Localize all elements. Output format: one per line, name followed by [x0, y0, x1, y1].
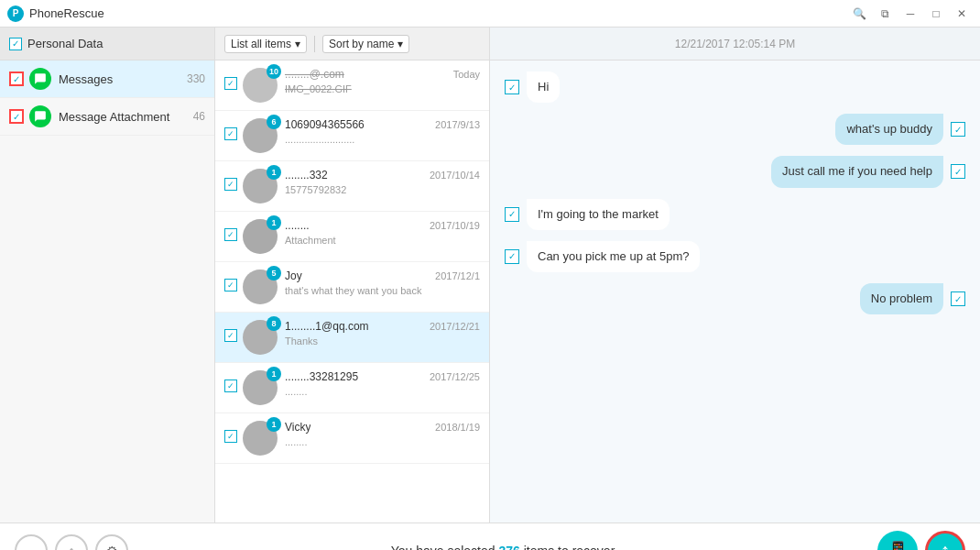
item-count: 376	[498, 544, 519, 551]
msg-top: ........@.com Today	[285, 68, 480, 81]
msg-preview: .........................	[285, 134, 480, 145]
message-list-header: List all items ▾ Sort by name ▾	[215, 28, 489, 60]
msg-item-checkbox[interactable]	[224, 329, 237, 342]
msg-badge: 10	[267, 64, 281, 79]
list-filter-button[interactable]: List all items ▾	[224, 35, 307, 53]
msg-preview: IMG_0022.GIF	[285, 83, 480, 94]
msg-item-checkbox[interactable]	[224, 178, 237, 191]
sort-label: Sort by name	[329, 38, 394, 50]
titlebar: P PhoneRescue 🔍 ⧉ ─ □ ✕	[0, 0, 980, 28]
msg-content: ........@.com Today IMG_0022.GIF	[285, 68, 480, 94]
minimize-icon[interactable]: ─	[899, 3, 921, 25]
list-item[interactable]: 5 Joy 2017/12/1 that's what they want yo…	[215, 262, 489, 313]
msg-item-checkbox[interactable]	[224, 430, 237, 443]
chat-message-row: I'm going to the market	[505, 199, 965, 230]
list-item[interactable]: 1 Vicky 2018/1/19 ........	[215, 413, 489, 464]
msg-preview: Thanks	[285, 336, 480, 346]
close-icon[interactable]: ✕	[951, 3, 973, 25]
restore-icon[interactable]: ⧉	[874, 3, 896, 25]
chat-bubble: Can you pick me up at 5pm?	[527, 241, 700, 272]
list-item[interactable]: 8 1........1@qq.com 2017/12/21 Thanks	[215, 313, 489, 363]
sidebar-scroll: Messages 330 Message Attachment 46	[0, 60, 214, 522]
msg-item-checkbox[interactable]	[224, 127, 237, 140]
status-text: You have selected	[391, 544, 495, 551]
msg-content: ........ 2017/10/19 Attachment	[285, 219, 480, 246]
export-icon: ↑	[941, 539, 951, 551]
home-button[interactable]: ⌂	[55, 534, 88, 551]
list-item[interactable]: 1 ........33281295 2017/12/25 ........	[215, 363, 489, 413]
attachment-checkbox[interactable]	[9, 109, 24, 124]
bottom-nav: ← ⌂ ⚙	[15, 534, 128, 551]
home-icon: ⌂	[68, 544, 75, 551]
msg-name: Vicky	[285, 421, 310, 434]
maximize-icon[interactable]: □	[925, 3, 947, 25]
restore-to-device-button[interactable]: 📱	[877, 531, 918, 551]
msg-preview: ........	[285, 436, 480, 447]
msg-preview: that's what they want you back	[285, 285, 480, 296]
msg-select-checkbox[interactable]	[951, 292, 965, 306]
status-suffix: items to recover	[524, 544, 615, 551]
chat-header: 12/21/2017 12:05:14 PM	[490, 28, 980, 60]
msg-top: ........332 2017/10/14	[285, 169, 480, 182]
msg-content: ........332 2017/10/14 15775792832	[285, 169, 480, 195]
chat-bubble: Hi	[527, 72, 560, 103]
msg-name: 1........1@qq.com	[285, 320, 369, 333]
sidebar-item-attachment[interactable]: Message Attachment 46	[0, 98, 214, 136]
list-item[interactable]: 10 ........@.com Today IMG_0022.GIF	[215, 60, 489, 111]
sort-chevron-icon: ▾	[397, 38, 403, 50]
msg-content: Vicky 2018/1/19 ........	[285, 421, 480, 447]
export-button[interactable]: ↑	[925, 531, 965, 551]
personal-data-label: Personal Data	[27, 37, 103, 50]
messages-count: 330	[187, 72, 205, 85]
list-item[interactable]: 6 1069094365566 2017/9/13 ..............…	[215, 111, 489, 161]
msg-select-checkbox[interactable]	[505, 80, 519, 94]
attachment-label: Message Attachment	[59, 110, 193, 124]
msg-name: ........@.com	[285, 68, 344, 81]
bottom-actions: 📱 ↑	[877, 531, 965, 551]
msg-item-checkbox[interactable]	[224, 77, 237, 90]
message-list-scroll[interactable]: 10 ........@.com Today IMG_0022.GIF 6	[215, 60, 489, 522]
msg-top: 1........1@qq.com 2017/12/21	[285, 320, 480, 333]
search-icon[interactable]: 🔍	[848, 3, 870, 25]
avatar-wrap: 8	[243, 320, 278, 355]
msg-name: ........33281295	[285, 370, 358, 383]
chat-message-row: Just call me if you need help	[505, 156, 965, 187]
msg-date: 2018/1/19	[435, 422, 480, 433]
sidebar-item-messages[interactable]: Messages 330	[0, 60, 214, 98]
avatar-wrap: 10	[243, 68, 278, 103]
personal-data-checkbox[interactable]	[9, 38, 22, 50]
msg-date: 2017/12/1	[435, 270, 480, 281]
messages-checkbox[interactable]	[9, 72, 24, 86]
msg-select-checkbox[interactable]	[951, 122, 965, 137]
msg-select-checkbox[interactable]	[505, 207, 519, 222]
back-icon: ←	[25, 544, 38, 551]
msg-item-checkbox[interactable]	[224, 279, 237, 292]
messages-icon	[29, 68, 51, 90]
app-title: PhoneRescue	[29, 6, 848, 20]
msg-date: 2017/10/19	[430, 220, 480, 231]
msg-content: 1069094365566 2017/9/13 ................…	[285, 118, 480, 145]
msg-select-checkbox[interactable]	[951, 164, 965, 179]
settings-button[interactable]: ⚙	[95, 534, 128, 551]
main-container: Personal Data Messages 330 Message Attac…	[0, 28, 980, 522]
chat-message-row: No problem	[505, 283, 965, 314]
bottom-bar: ← ⌂ ⚙ You have selected 376 items to rec…	[0, 522, 980, 550]
list-item[interactable]: 1 ........332 2017/10/14 15775792832	[215, 161, 489, 212]
msg-item-checkbox[interactable]	[224, 228, 237, 241]
msg-badge: 1	[267, 165, 281, 180]
chat-bubble: what's up buddy	[835, 114, 943, 145]
msg-badge: 1	[267, 367, 281, 381]
chat-bubble: Just call me if you need help	[771, 156, 943, 187]
back-button[interactable]: ←	[15, 534, 48, 551]
message-list-panel: List all items ▾ Sort by name ▾ 10 .....…	[215, 28, 490, 522]
msg-name: Joy	[285, 270, 302, 282]
msg-content: 1........1@qq.com 2017/12/21 Thanks	[285, 320, 480, 346]
avatar-wrap: 1	[243, 370, 278, 405]
list-item[interactable]: 1 ........ 2017/10/19 Attachment	[215, 212, 489, 262]
msg-select-checkbox[interactable]	[505, 249, 519, 264]
sidebar-header: Personal Data	[0, 28, 214, 60]
msg-item-checkbox[interactable]	[224, 380, 237, 392]
sort-button[interactable]: Sort by name ▾	[322, 35, 409, 53]
msg-content: ........33281295 2017/12/25 ........	[285, 370, 480, 397]
msg-badge: 5	[267, 266, 281, 280]
